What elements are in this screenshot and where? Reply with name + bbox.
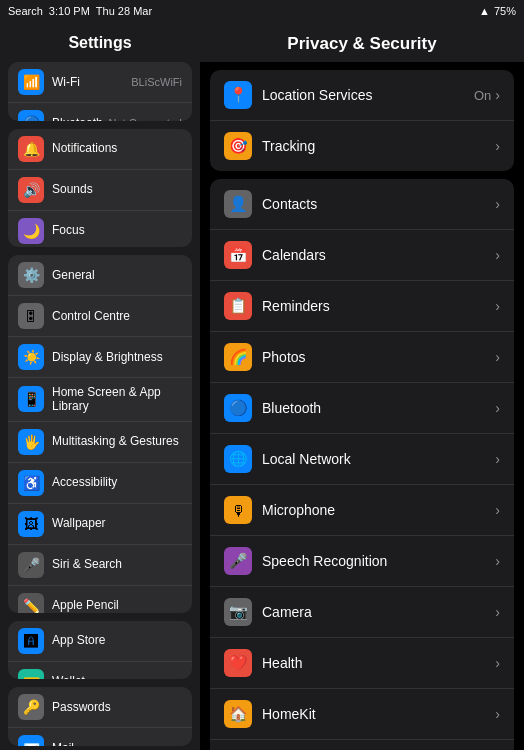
apple-pencil-label: Apple Pencil bbox=[52, 598, 182, 612]
sidebar-item-accessibility[interactable]: ♿ Accessibility bbox=[8, 463, 192, 504]
bluetooth-detail-icon: 🔵 bbox=[224, 394, 252, 422]
main-layout: Settings 📶 Wi-Fi BLiScWiFi 🔵 Bluetooth N… bbox=[0, 22, 524, 750]
sidebar-item-wallet[interactable]: 💳 Wallet bbox=[8, 662, 192, 680]
chevron-icon: › bbox=[495, 138, 500, 154]
sidebar-item-notifications[interactable]: 🔔 Notifications bbox=[8, 129, 192, 170]
chevron-icon: › bbox=[495, 196, 500, 212]
local-network-label: Local Network bbox=[262, 451, 495, 467]
detail-item-microphone[interactable]: 🎙 Microphone › bbox=[210, 485, 514, 536]
passwords-icon: 🔑 bbox=[18, 694, 44, 720]
date: Thu 28 Mar bbox=[96, 5, 152, 17]
wallpaper-label: Wallpaper bbox=[52, 516, 182, 530]
sidebar-item-display-brightness[interactable]: ☀️ Display & Brightness bbox=[8, 337, 192, 378]
detail-item-bluetooth[interactable]: 🔵 Bluetooth › bbox=[210, 383, 514, 434]
chevron-icon: › bbox=[495, 87, 500, 103]
chevron-icon: › bbox=[495, 502, 500, 518]
calendars-label: Calendars bbox=[262, 247, 495, 263]
home-screen-label: Home Screen & App Library bbox=[52, 385, 182, 414]
chevron-icon: › bbox=[495, 655, 500, 671]
detail-item-photos[interactable]: 🌈 Photos › bbox=[210, 332, 514, 383]
detail-item-wallet-detail[interactable]: 💳 Wallet › bbox=[210, 740, 514, 750]
sidebar-item-home-screen[interactable]: 📱 Home Screen & App Library bbox=[8, 378, 192, 422]
sidebar-item-mail[interactable]: ✉️ Mail bbox=[8, 728, 192, 746]
home-screen-icon: 📱 bbox=[18, 386, 44, 412]
detail-item-reminders[interactable]: 📋 Reminders › bbox=[210, 281, 514, 332]
sidebar-title: Settings bbox=[0, 22, 200, 60]
location-services-icon: 📍 bbox=[224, 81, 252, 109]
notifications-icon: 🔔 bbox=[18, 136, 44, 162]
sidebar-item-multitasking[interactable]: 🖐 Multitasking & Gestures bbox=[8, 422, 192, 463]
general-icon: ⚙️ bbox=[18, 262, 44, 288]
chevron-icon: › bbox=[495, 706, 500, 722]
status-right: ▲ 75% bbox=[479, 5, 516, 17]
bluetooth-value: Not Connected bbox=[109, 117, 182, 121]
detail-item-local-network[interactable]: 🌐 Local Network › bbox=[210, 434, 514, 485]
detail-item-homekit[interactable]: 🏠 HomeKit › bbox=[210, 689, 514, 740]
accessibility-label: Accessibility bbox=[52, 475, 182, 489]
location-services-value: On bbox=[474, 88, 491, 103]
sidebar-item-passwords[interactable]: 🔑 Passwords bbox=[8, 687, 192, 728]
wifi-icon: ▲ bbox=[479, 5, 490, 17]
general-label: General bbox=[52, 268, 182, 282]
control-centre-label: Control Centre bbox=[52, 309, 182, 323]
wallet-icon: 💳 bbox=[18, 669, 44, 680]
sidebar-group-1: 🔔 Notifications 🔊 Sounds 🌙 Focus ⏱ Scree… bbox=[8, 129, 192, 247]
siri-search-label: Siri & Search bbox=[52, 557, 182, 571]
chevron-icon: › bbox=[495, 400, 500, 416]
health-label: Health bbox=[262, 655, 495, 671]
microphone-icon: 🎙 bbox=[224, 496, 252, 524]
detail-item-contacts[interactable]: 👤 Contacts › bbox=[210, 179, 514, 230]
detail-group-main: 👤 Contacts › 📅 Calendars › 📋 Reminders ›… bbox=[210, 179, 514, 750]
detail-item-speech-recognition[interactable]: 🎤 Speech Recognition › bbox=[210, 536, 514, 587]
siri-search-icon: 🎤 bbox=[18, 552, 44, 578]
app-store-label: App Store bbox=[52, 633, 182, 647]
bluetooth-label: Bluetooth bbox=[52, 116, 109, 121]
sidebar-item-general[interactable]: ⚙️ General bbox=[8, 255, 192, 296]
chevron-icon: › bbox=[495, 553, 500, 569]
sidebar-group-4: 🔑 Passwords ✉️ Mail bbox=[8, 687, 192, 746]
wallet-label: Wallet bbox=[52, 674, 182, 679]
detail-panel: Privacy & Security 📍 Location Services O… bbox=[200, 22, 524, 750]
sidebar-item-control-centre[interactable]: 🎛 Control Centre bbox=[8, 296, 192, 337]
photos-icon: 🌈 bbox=[224, 343, 252, 371]
sidebar-item-focus[interactable]: 🌙 Focus bbox=[8, 211, 192, 247]
detail-item-location-services[interactable]: 📍 Location Services On › bbox=[210, 70, 514, 121]
photos-label: Photos bbox=[262, 349, 495, 365]
bluetooth-icon: 🔵 bbox=[18, 110, 44, 121]
search-label: Search bbox=[8, 5, 43, 17]
detail-item-health[interactable]: ❤️ Health › bbox=[210, 638, 514, 689]
detail-item-camera[interactable]: 📷 Camera › bbox=[210, 587, 514, 638]
reminders-icon: 📋 bbox=[224, 292, 252, 320]
tracking-label: Tracking bbox=[262, 138, 495, 154]
sounds-icon: 🔊 bbox=[18, 177, 44, 203]
microphone-label: Microphone bbox=[262, 502, 495, 518]
chevron-icon: › bbox=[495, 298, 500, 314]
sidebar-item-wifi[interactable]: 📶 Wi-Fi BLiScWiFi bbox=[8, 62, 192, 103]
sidebar-group-connectivity: 📶 Wi-Fi BLiScWiFi 🔵 Bluetooth Not Connec… bbox=[8, 62, 192, 121]
wifi-label: Wi-Fi bbox=[52, 75, 131, 89]
local-network-icon: 🌐 bbox=[224, 445, 252, 473]
camera-icon: 📷 bbox=[224, 598, 252, 626]
notifications-label: Notifications bbox=[52, 141, 182, 155]
sidebar-item-app-store[interactable]: 🅰 App Store bbox=[8, 621, 192, 662]
chevron-icon: › bbox=[495, 604, 500, 620]
sidebar-item-bluetooth[interactable]: 🔵 Bluetooth Not Connected bbox=[8, 103, 192, 121]
time: 3:10 PM bbox=[49, 5, 90, 17]
sidebar-item-wallpaper[interactable]: 🖼 Wallpaper bbox=[8, 504, 192, 545]
sidebar-item-sounds[interactable]: 🔊 Sounds bbox=[8, 170, 192, 211]
location-services-label: Location Services bbox=[262, 87, 474, 103]
sidebar-group-2: ⚙️ General 🎛 Control Centre ☀️ Display &… bbox=[8, 255, 192, 613]
detail-item-tracking[interactable]: 🎯 Tracking › bbox=[210, 121, 514, 171]
sidebar-item-apple-pencil[interactable]: ✏️ Apple Pencil bbox=[8, 586, 192, 613]
detail-item-calendars[interactable]: 📅 Calendars › bbox=[210, 230, 514, 281]
contacts-label: Contacts bbox=[262, 196, 495, 212]
sidebar: Settings 📶 Wi-Fi BLiScWiFi 🔵 Bluetooth N… bbox=[0, 22, 200, 750]
health-icon: ❤️ bbox=[224, 649, 252, 677]
homekit-label: HomeKit bbox=[262, 706, 495, 722]
multitasking-label: Multitasking & Gestures bbox=[52, 434, 182, 448]
focus-label: Focus bbox=[52, 223, 182, 237]
sidebar-item-siri-search[interactable]: 🎤 Siri & Search bbox=[8, 545, 192, 586]
reminders-label: Reminders bbox=[262, 298, 495, 314]
contacts-icon: 👤 bbox=[224, 190, 252, 218]
homekit-icon: 🏠 bbox=[224, 700, 252, 728]
